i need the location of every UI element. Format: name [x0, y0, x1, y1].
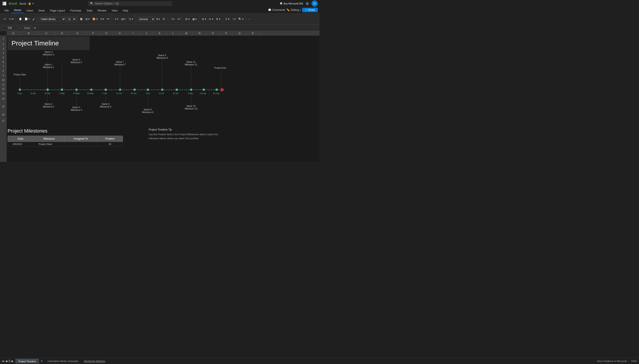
- col-header-l[interactable]: L: [166, 31, 180, 35]
- row-17[interactable]: 17: [0, 118, 7, 124]
- row-numbers: 1 2 3 4 5 6 7 8 9 10 11 12 13 14 15 16 1…: [0, 36, 7, 162]
- svg-text:Name 4: Name 4: [72, 106, 80, 108]
- row-1[interactable]: 1: [0, 36, 7, 42]
- undo-button[interactable]: ↩: [3, 17, 7, 21]
- comments-button[interactable]: 💬 Comments: [268, 8, 285, 12]
- borders-button[interactable]: ⊞ ▾: [84, 17, 91, 21]
- settings-icon[interactable]: ⚙: [306, 2, 309, 6]
- tab-page-layout[interactable]: Page Layout: [47, 8, 68, 13]
- paste-button[interactable]: 📋: [18, 17, 23, 21]
- col-header-i[interactable]: I: [126, 31, 140, 35]
- find-button[interactable]: 🔍 ▾: [237, 17, 245, 21]
- col-header-q[interactable]: Q: [233, 31, 246, 35]
- table-button[interactable]: ⊞ ▾: [184, 17, 191, 21]
- row-2[interactable]: 2: [0, 42, 7, 46]
- editing-button[interactable]: ✏️ Editing ▾: [286, 8, 301, 12]
- row-9[interactable]: 9: [0, 73, 7, 78]
- row-3[interactable]: 3: [0, 46, 7, 51]
- col-header-j[interactable]: J: [140, 31, 153, 35]
- decrease-decimal-button[interactable]: ◂.0: [176, 17, 181, 21]
- svg-rect-20: [176, 89, 178, 91]
- row-4[interactable]: 4: [0, 51, 7, 56]
- col-header-b[interactable]: B: [20, 31, 38, 35]
- format-cells-button[interactable]: ⚙ ▾: [215, 17, 221, 21]
- col-header-e[interactable]: E: [69, 31, 87, 35]
- font-name-select[interactable]: Calibri (Body): [39, 17, 66, 21]
- cell-date[interactable]: 4/5/2023: [8, 142, 34, 146]
- row-8[interactable]: 8: [0, 69, 7, 73]
- tab-draw[interactable]: Draw: [36, 8, 47, 13]
- row-10[interactable]: 10: [0, 78, 7, 82]
- tab-review[interactable]: Review: [95, 8, 109, 13]
- close-button[interactable]: Close: [22, 26, 32, 30]
- row-11[interactable]: 11: [0, 82, 7, 87]
- currency-button[interactable]: $ ▾: [155, 17, 161, 21]
- col-header-r[interactable]: R: [246, 31, 260, 35]
- copy-button[interactable]: 📄 ▾: [24, 17, 31, 21]
- row-14[interactable]: 14: [0, 96, 7, 102]
- insert-delete-button[interactable]: ⊕ ▾: [201, 17, 207, 21]
- svg-text:24 Jun: 24 Jun: [130, 92, 136, 94]
- fill-color-button[interactable]: 🎨 ▾: [91, 17, 99, 21]
- sort-button[interactable]: ↕ ▾: [231, 17, 237, 21]
- col-header-g[interactable]: G: [100, 31, 113, 35]
- col-header-f[interactable]: F: [87, 31, 100, 35]
- col-header-c[interactable]: C: [38, 31, 56, 35]
- cells-container[interactable]: Project Timeline: [7, 36, 320, 162]
- col-header-k[interactable]: K: [153, 31, 166, 35]
- col-header-a[interactable]: A: [7, 31, 20, 35]
- tab-data[interactable]: Data: [84, 8, 95, 13]
- row-13[interactable]: 13: [0, 91, 7, 96]
- more-options-button[interactable]: •••: [106, 17, 111, 21]
- svg-text:Milestone 7: Milestone 7: [114, 64, 126, 66]
- col-header-p[interactable]: P: [220, 31, 233, 35]
- increase-decimal-button[interactable]: .0 ▸: [170, 17, 176, 21]
- wrap-text-button[interactable]: ab↵: [120, 17, 127, 21]
- font-color-button[interactable]: A ▾: [99, 17, 105, 21]
- col-header-h[interactable]: H: [113, 31, 126, 35]
- format-painter-button[interactable]: 🖌: [31, 17, 36, 21]
- number-format-select[interactable]: General: [137, 17, 155, 21]
- sheet-area: 1 2 3 4 5 6 7 8 9 10 11 12 13 14 15 16 1…: [0, 36, 320, 162]
- tab-insert[interactable]: Insert: [24, 8, 36, 13]
- app-grid-button[interactable]: [2, 1, 7, 6]
- cell-styles-button[interactable]: ▦ ▾: [191, 17, 198, 21]
- col-header-d[interactable]: D: [56, 31, 69, 35]
- share-button[interactable]: ↗ Share: [302, 8, 318, 12]
- tab-file[interactable]: File: [2, 8, 11, 13]
- col-header-m[interactable]: M: [180, 31, 193, 35]
- tab-help[interactable]: Help: [120, 8, 131, 13]
- tab-view[interactable]: View: [109, 8, 120, 13]
- formula-input[interactable]: [38, 26, 318, 30]
- col-header-n[interactable]: N: [193, 31, 206, 35]
- search-bar[interactable]: 🔍 Search (Option + Q): [88, 1, 172, 6]
- cell-milestone[interactable]: Project Start: [34, 142, 65, 146]
- tab-formulas[interactable]: Formulas: [68, 8, 84, 13]
- row-7[interactable]: 7: [0, 64, 7, 69]
- more-ribbon-button[interactable]: ···: [247, 17, 252, 22]
- merge-button[interactable]: ⊡ ▾: [128, 17, 134, 21]
- sum-button[interactable]: Σ ▾: [224, 17, 231, 21]
- row-15[interactable]: 15: [0, 102, 7, 111]
- svg-text:Name 7: Name 7: [116, 61, 124, 63]
- cell-assigned-to[interactable]: [65, 142, 97, 146]
- user-avatar[interactable]: SI: [311, 0, 318, 7]
- milestones-table: Date Milestone Assigned To Position 4/5/…: [8, 136, 123, 146]
- row-6[interactable]: 6: [0, 60, 7, 64]
- font-size-select[interactable]: 11: [66, 17, 76, 21]
- cell-reference[interactable]: [1, 26, 19, 30]
- align-button[interactable]: ≡ ▾: [114, 17, 119, 21]
- bold-button[interactable]: B: [79, 17, 84, 22]
- redo-button[interactable]: ↪ ▾: [8, 17, 15, 21]
- ms365-button[interactable]: 💎 Buy Microsoft 365: [279, 2, 303, 5]
- svg-text:15 Apr: 15 Apr: [30, 92, 36, 94]
- row-5[interactable]: 5: [0, 56, 7, 60]
- col-header-o[interactable]: O: [206, 31, 220, 35]
- row-16[interactable]: 16: [0, 111, 7, 118]
- tab-home[interactable]: Home: [11, 8, 24, 13]
- cell-position[interactable]: 20: [97, 142, 123, 146]
- percent-button[interactable]: %: [162, 17, 166, 21]
- delete-button[interactable]: ⊖ ▾: [208, 17, 214, 21]
- row-12[interactable]: 12: [0, 87, 7, 91]
- comma-button[interactable]: ,: [167, 17, 170, 21]
